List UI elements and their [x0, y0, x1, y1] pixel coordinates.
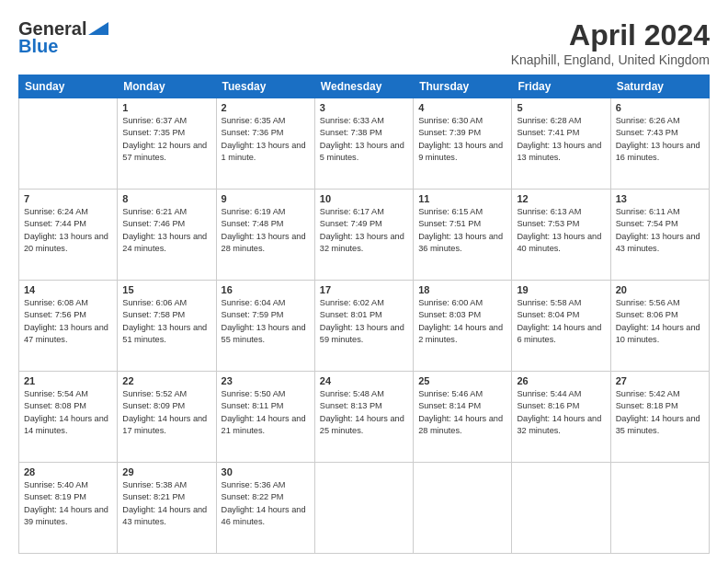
day-info: Sunrise: 6:11 AMSunset: 7:54 PMDaylight:… [616, 206, 704, 255]
calendar-cell: 15Sunrise: 6:06 AMSunset: 7:58 PMDayligh… [118, 281, 216, 372]
day-info: Sunrise: 5:42 AMSunset: 8:18 PMDaylight:… [616, 388, 704, 437]
calendar-cell: 11Sunrise: 6:15 AMSunset: 7:51 PMDayligh… [414, 190, 512, 281]
column-header-tuesday: Tuesday [216, 75, 314, 98]
day-number: 9 [222, 193, 310, 204]
day-number: 1 [122, 102, 210, 113]
calendar-cell: 5Sunrise: 6:28 AMSunset: 7:41 PMDaylight… [512, 98, 610, 190]
day-info: Sunrise: 6:15 AMSunset: 7:51 PMDaylight:… [418, 206, 506, 255]
day-number: 21 [24, 375, 112, 386]
day-number: 18 [418, 284, 506, 295]
day-number: 10 [320, 193, 408, 204]
calendar-cell: 8Sunrise: 6:21 AMSunset: 7:46 PMDaylight… [118, 190, 216, 281]
day-number: 26 [517, 375, 605, 386]
month-year: April 2024 [511, 18, 710, 52]
calendar-cell [19, 98, 118, 190]
calendar-cell: 9Sunrise: 6:19 AMSunset: 7:48 PMDaylight… [216, 190, 314, 281]
day-info: Sunrise: 6:13 AMSunset: 7:53 PMDaylight:… [517, 206, 605, 255]
day-info: Sunrise: 5:48 AMSunset: 8:13 PMDaylight:… [320, 388, 408, 437]
day-info: Sunrise: 6:08 AMSunset: 7:56 PMDaylight:… [24, 297, 112, 346]
calendar-cell: 26Sunrise: 5:44 AMSunset: 8:16 PMDayligh… [512, 372, 610, 463]
day-number: 20 [616, 284, 704, 295]
calendar-cell: 20Sunrise: 5:56 AMSunset: 8:06 PMDayligh… [610, 281, 709, 372]
day-info: Sunrise: 5:44 AMSunset: 8:16 PMDaylight:… [517, 388, 605, 437]
logo: General Blue [18, 18, 108, 57]
calendar-cell: 12Sunrise: 6:13 AMSunset: 7:53 PMDayligh… [512, 190, 610, 281]
calendar-cell: 2Sunrise: 6:35 AMSunset: 7:36 PMDaylight… [216, 98, 314, 190]
calendar-cell: 24Sunrise: 5:48 AMSunset: 8:13 PMDayligh… [314, 372, 413, 463]
calendar-cell: 3Sunrise: 6:33 AMSunset: 7:38 PMDaylight… [314, 98, 413, 190]
logo-blue: Blue [18, 36, 58, 57]
calendar-cell: 16Sunrise: 6:04 AMSunset: 7:59 PMDayligh… [216, 281, 314, 372]
day-info: Sunrise: 5:58 AMSunset: 8:04 PMDaylight:… [517, 297, 605, 346]
calendar-cell: 1Sunrise: 6:37 AMSunset: 7:35 PMDaylight… [118, 98, 216, 190]
day-info: Sunrise: 6:00 AMSunset: 8:03 PMDaylight:… [418, 297, 506, 346]
day-info: Sunrise: 6:21 AMSunset: 7:46 PMDaylight:… [122, 206, 210, 255]
day-info: Sunrise: 6:24 AMSunset: 7:44 PMDaylight:… [24, 206, 112, 255]
day-number: 13 [616, 193, 704, 204]
calendar-cell: 17Sunrise: 6:02 AMSunset: 8:01 PMDayligh… [314, 281, 413, 372]
day-number: 29 [122, 466, 210, 477]
day-number: 14 [24, 284, 112, 295]
day-info: Sunrise: 6:33 AMSunset: 7:38 PMDaylight:… [320, 115, 408, 164]
day-number: 7 [24, 193, 112, 204]
day-number: 2 [222, 102, 310, 113]
day-info: Sunrise: 6:19 AMSunset: 7:48 PMDaylight:… [222, 206, 310, 255]
calendar-cell [314, 463, 413, 554]
day-info: Sunrise: 5:52 AMSunset: 8:09 PMDaylight:… [122, 388, 210, 437]
day-info: Sunrise: 6:26 AMSunset: 7:43 PMDaylight:… [616, 115, 704, 164]
day-number: 27 [616, 375, 704, 386]
column-header-thursday: Thursday [414, 75, 512, 98]
day-info: Sunrise: 6:35 AMSunset: 7:36 PMDaylight:… [222, 115, 310, 164]
calendar-cell [414, 463, 512, 554]
day-info: Sunrise: 5:54 AMSunset: 8:08 PMDaylight:… [24, 388, 112, 437]
column-header-friday: Friday [512, 75, 610, 98]
day-info: Sunrise: 6:06 AMSunset: 7:58 PMDaylight:… [122, 297, 210, 346]
calendar-cell: 30Sunrise: 5:36 AMSunset: 8:22 PMDayligh… [216, 463, 314, 554]
column-header-sunday: Sunday [19, 75, 118, 98]
calendar-table: SundayMondayTuesdayWednesdayThursdayFrid… [18, 75, 710, 554]
calendar-cell: 4Sunrise: 6:30 AMSunset: 7:39 PMDaylight… [414, 98, 512, 190]
calendar-cell: 28Sunrise: 5:40 AMSunset: 8:19 PMDayligh… [19, 463, 118, 554]
day-number: 5 [517, 102, 605, 113]
day-number: 23 [222, 375, 310, 386]
day-info: Sunrise: 6:30 AMSunset: 7:39 PMDaylight:… [418, 115, 506, 164]
calendar-cell: 22Sunrise: 5:52 AMSunset: 8:09 PMDayligh… [118, 372, 216, 463]
location: Knaphill, England, United Kingdom [511, 52, 710, 67]
day-info: Sunrise: 5:38 AMSunset: 8:21 PMDaylight:… [122, 479, 210, 528]
day-info: Sunrise: 6:04 AMSunset: 7:59 PMDaylight:… [222, 297, 310, 346]
svg-marker-0 [88, 22, 108, 35]
day-number: 17 [320, 284, 408, 295]
day-info: Sunrise: 5:46 AMSunset: 8:14 PMDaylight:… [418, 388, 506, 437]
header: General Blue April 2024 Knaphill, Englan… [18, 18, 710, 67]
day-number: 30 [222, 466, 310, 477]
day-info: Sunrise: 6:17 AMSunset: 7:49 PMDaylight:… [320, 206, 408, 255]
day-number: 19 [517, 284, 605, 295]
day-info: Sunrise: 6:37 AMSunset: 7:35 PMDaylight:… [122, 115, 210, 164]
day-number: 24 [320, 375, 408, 386]
calendar-cell: 18Sunrise: 6:00 AMSunset: 8:03 PMDayligh… [414, 281, 512, 372]
calendar-cell: 7Sunrise: 6:24 AMSunset: 7:44 PMDaylight… [19, 190, 118, 281]
calendar-cell [610, 463, 709, 554]
calendar-cell [512, 463, 610, 554]
day-number: 11 [418, 193, 506, 204]
calendar-cell: 10Sunrise: 6:17 AMSunset: 7:49 PMDayligh… [314, 190, 413, 281]
day-info: Sunrise: 5:40 AMSunset: 8:19 PMDaylight:… [24, 479, 112, 528]
day-number: 22 [122, 375, 210, 386]
day-number: 16 [222, 284, 310, 295]
day-info: Sunrise: 5:50 AMSunset: 8:11 PMDaylight:… [222, 388, 310, 437]
day-number: 6 [616, 102, 704, 113]
day-info: Sunrise: 5:56 AMSunset: 8:06 PMDaylight:… [616, 297, 704, 346]
column-header-saturday: Saturday [610, 75, 709, 98]
day-number: 28 [24, 466, 112, 477]
day-number: 4 [418, 102, 506, 113]
day-number: 8 [122, 193, 210, 204]
title-block: April 2024 Knaphill, England, United Kin… [511, 18, 710, 67]
calendar-cell: 25Sunrise: 5:46 AMSunset: 8:14 PMDayligh… [414, 372, 512, 463]
calendar-cell: 21Sunrise: 5:54 AMSunset: 8:08 PMDayligh… [19, 372, 118, 463]
day-number: 12 [517, 193, 605, 204]
calendar-cell: 29Sunrise: 5:38 AMSunset: 8:21 PMDayligh… [118, 463, 216, 554]
page: General Blue April 2024 Knaphill, Englan… [0, 0, 728, 563]
day-info: Sunrise: 6:28 AMSunset: 7:41 PMDaylight:… [517, 115, 605, 164]
calendar-cell: 23Sunrise: 5:50 AMSunset: 8:11 PMDayligh… [216, 372, 314, 463]
calendar-cell: 6Sunrise: 6:26 AMSunset: 7:43 PMDaylight… [610, 98, 709, 190]
